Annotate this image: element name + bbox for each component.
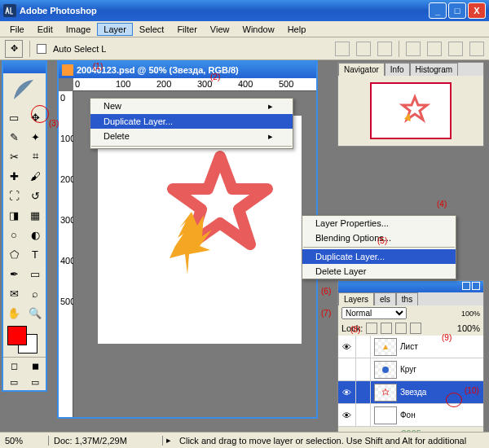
wand-tool[interactable]: ✦ xyxy=(24,127,46,147)
layer-name[interactable]: Фон xyxy=(400,411,416,419)
navigator-preview[interactable] xyxy=(338,76,483,146)
type-tool[interactable]: T xyxy=(24,244,46,264)
notes-tool[interactable]: ✉ xyxy=(3,283,24,303)
menu-view[interactable]: View xyxy=(204,23,236,36)
path-tool[interactable]: ⬠ xyxy=(3,244,24,264)
visibility-icon[interactable]: 👁 xyxy=(338,381,356,403)
tab-navigator[interactable]: Navigator xyxy=(338,63,385,76)
quickmask-icon[interactable]: ◼ xyxy=(24,358,46,374)
move-tool[interactable]: ✥ xyxy=(24,108,46,127)
align-icon[interactable] xyxy=(377,42,392,56)
link-icon[interactable] xyxy=(356,336,371,358)
slice-tool[interactable]: ⌗ xyxy=(24,147,46,166)
menu-select[interactable]: Select xyxy=(133,23,171,36)
visibility-icon[interactable]: 👁 xyxy=(338,404,356,426)
lock-position-icon[interactable] xyxy=(395,323,407,334)
tab-channels[interactable]: els xyxy=(374,292,396,305)
layer-row[interactable]: 👁 Фон xyxy=(338,404,483,427)
layer-thumbnail[interactable] xyxy=(374,406,397,424)
menu-duplicate-layer[interactable]: Duplicate Layer... xyxy=(90,114,293,129)
ctx-delete-layer[interactable]: Delete Layer xyxy=(302,264,456,279)
layer-name[interactable]: Лист xyxy=(400,342,418,351)
link-icon[interactable] xyxy=(356,404,371,426)
lasso-tool[interactable]: ✎ xyxy=(3,127,24,147)
dodge-tool[interactable]: ◐ xyxy=(24,225,46,244)
canvas[interactable] xyxy=(98,116,302,344)
toolbox-header[interactable] xyxy=(3,62,46,73)
zoom-tool[interactable]: 🔍 xyxy=(24,303,46,323)
standard-mode-icon[interactable]: ◻ xyxy=(3,358,24,374)
layer-row[interactable]: Круг xyxy=(338,358,483,381)
auto-select-checkbox[interactable] xyxy=(37,44,46,54)
menu-layer[interactable]: Layer xyxy=(97,23,133,36)
layer-thumbnail[interactable] xyxy=(374,384,397,402)
lock-transparency-icon[interactable] xyxy=(366,323,377,334)
screen-mode-icon[interactable]: ▭ xyxy=(24,374,46,390)
workspace: ▭ ✥ ✎ ✦ ✂ ⌗ ✚ 🖌 ⛶ ↺ ◨ ▦ ○ ◐ ⬠ T ✒ ▭ ✉ ⌕ … xyxy=(0,60,489,448)
align-icon[interactable] xyxy=(356,42,371,56)
menu-window[interactable]: Window xyxy=(236,23,281,36)
layer-thumbnail[interactable] xyxy=(374,361,397,379)
stamp-tool[interactable]: ⛶ xyxy=(3,186,24,205)
maximize-button[interactable]: □ xyxy=(448,2,466,19)
opacity-value[interactable]: 100% xyxy=(410,310,480,318)
heal-tool[interactable]: ✚ xyxy=(3,166,24,186)
eyedropper-tool[interactable]: ⌕ xyxy=(24,283,46,303)
link-icon[interactable] xyxy=(356,381,371,403)
close-button[interactable]: X xyxy=(468,2,486,19)
layer-name[interactable]: Круг xyxy=(400,365,416,374)
lock-all-icon[interactable] xyxy=(410,323,421,334)
brush-tool[interactable]: 🖌 xyxy=(24,166,46,186)
layer-name[interactable]: Звезда xyxy=(400,388,426,397)
marquee-tool[interactable]: ▭ xyxy=(3,108,24,127)
fill-value[interactable]: 100% xyxy=(425,323,480,333)
layer-thumbnail[interactable] xyxy=(374,338,397,356)
tab-histogram[interactable]: Histogram xyxy=(410,63,459,76)
ctx-layer-properties[interactable]: Layer Properties... xyxy=(302,216,456,231)
zoom-value[interactable]: 50% xyxy=(0,436,49,446)
distribute-icon[interactable] xyxy=(469,42,484,56)
link-icon[interactable] xyxy=(356,358,371,380)
menu-help[interactable]: Help xyxy=(281,23,313,36)
gradient-tool[interactable]: ▦ xyxy=(24,205,46,225)
align-icon[interactable] xyxy=(335,42,350,56)
menu-file[interactable]: File xyxy=(3,23,31,36)
lock-paint-icon[interactable] xyxy=(381,323,392,334)
blend-mode-select[interactable]: Normal xyxy=(341,307,407,319)
menu-filter[interactable]: Filter xyxy=(170,23,203,36)
distribute-icon[interactable] xyxy=(427,42,442,56)
close-panel-icon[interactable] xyxy=(472,282,480,290)
history-brush-tool[interactable]: ↺ xyxy=(24,186,46,205)
menu-delete-layer[interactable]: Delete▸ xyxy=(90,129,293,144)
menu-new-layer[interactable]: New▸ xyxy=(90,99,293,114)
layer-row[interactable]: 👁 Звезда xyxy=(338,381,483,404)
pen-tool[interactable]: ✒ xyxy=(3,264,24,283)
distribute-icon[interactable] xyxy=(406,42,421,56)
layer-row[interactable]: 👁 Лист xyxy=(338,336,483,358)
visibility-icon[interactable] xyxy=(338,358,356,380)
minimize-panel-icon[interactable] xyxy=(462,282,470,290)
shape-tool[interactable]: ▭ xyxy=(24,264,46,283)
eraser-tool[interactable]: ◨ xyxy=(3,205,24,225)
tab-layers[interactable]: Layers xyxy=(338,292,374,305)
tab-info[interactable]: Info xyxy=(385,63,410,76)
screen-mode-icon[interactable]: ▭ xyxy=(3,374,24,390)
ctx-blending-options[interactable]: Blending Options... xyxy=(302,231,456,245)
visibility-icon[interactable]: 👁 xyxy=(338,336,356,358)
foreground-swatch[interactable] xyxy=(7,326,27,345)
menu-edit[interactable]: Edit xyxy=(31,23,59,36)
blur-tool[interactable]: ○ xyxy=(3,225,24,244)
hand-tool[interactable]: ✋ xyxy=(3,303,24,323)
distribute-icon[interactable] xyxy=(448,42,463,56)
layers-panel-header[interactable] xyxy=(338,281,483,292)
crop-tool[interactable]: ✂ xyxy=(3,147,24,166)
color-swatches[interactable] xyxy=(3,323,46,357)
document-titlebar[interactable]: 20040123.psd @ 50% (Звезда, RGB/8) xyxy=(59,62,316,78)
minimize-button[interactable]: _ xyxy=(429,2,447,19)
doc-size[interactable]: Doc: 1,37M/2,29M xyxy=(49,436,163,446)
ctx-duplicate-layer[interactable]: Duplicate Layer... xyxy=(302,249,456,264)
tab-paths[interactable]: ths xyxy=(396,292,418,305)
move-tool-icon[interactable]: ✥ xyxy=(5,40,23,58)
svg-rect-0 xyxy=(3,4,16,17)
menu-image[interactable]: Image xyxy=(59,23,98,36)
